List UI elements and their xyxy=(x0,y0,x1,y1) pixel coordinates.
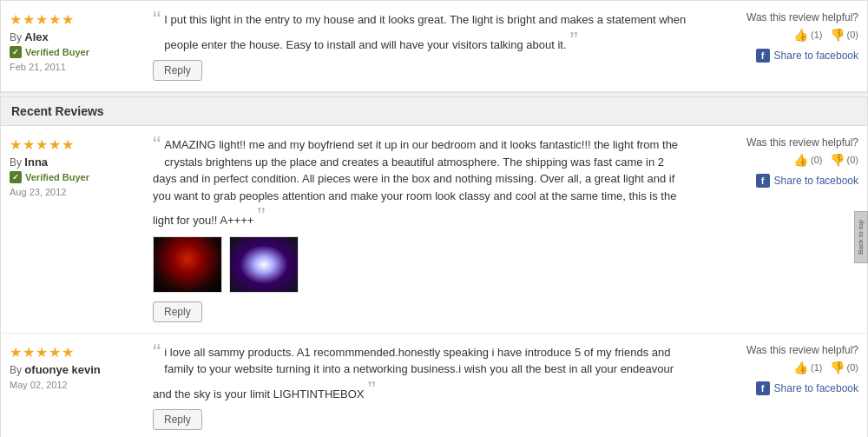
thumbs-down-icon-2: 👎 xyxy=(830,153,845,167)
review-image-2-2[interactable] xyxy=(229,236,299,293)
image-placeholder-2-2 xyxy=(230,237,298,292)
review-row-3: ★★★★★ By ofuonye kevin May 02, 2012 “i l… xyxy=(1,334,867,438)
recent-reviews-header: Recent Reviews xyxy=(0,96,868,125)
star-rating-1: ★★★★★ xyxy=(10,11,135,28)
thumbs-up-icon-2: 👍 xyxy=(793,153,808,167)
thumbs-down-3[interactable]: 👎 (0) xyxy=(830,361,858,374)
verified-icon-2: ✓ xyxy=(10,171,22,183)
share-label-1: Share to facebook xyxy=(774,50,858,62)
thumbs-down-icon-3: 👎 xyxy=(830,361,845,374)
facebook-icon-2: f xyxy=(756,174,770,188)
quote-close-2: ” xyxy=(257,202,265,229)
reviewer-by-1: By Alex xyxy=(10,30,135,43)
verified-badge-1: ✓ Verified Buyer xyxy=(10,46,135,58)
verified-badge-2: ✓ Verified Buyer xyxy=(10,171,135,183)
thumbs-up-count-1: (1) xyxy=(811,30,822,40)
review-actions-2: Was this review helpful? 👍 (0) 👎 (0) f S… xyxy=(698,136,858,188)
review-text-1: “I put this light in the entry to my hou… xyxy=(153,11,689,53)
review-actions-3: Was this review helpful? 👍 (1) 👎 (0) f S… xyxy=(698,344,858,395)
reviewer-by-2: By Inna xyxy=(10,156,135,169)
quote-close-1: ” xyxy=(570,27,578,54)
reviewer-name-2: Inna xyxy=(24,156,48,169)
fb-share-2[interactable]: f Share to facebook xyxy=(707,174,858,188)
quote-open-1: “ xyxy=(153,8,161,32)
review-date-2: Aug 23, 2012 xyxy=(10,187,135,197)
thumbs-up-count-2: (0) xyxy=(811,155,822,165)
reply-button-3[interactable]: Reply xyxy=(153,409,202,430)
review-image-2-1[interactable] xyxy=(153,236,222,293)
thumbs-up-icon-3: 👍 xyxy=(793,361,808,374)
review-text-2: “AMAZING light!! me and my boyfriend set… xyxy=(153,136,689,229)
quote-open-2: “ xyxy=(153,133,161,157)
reviewer-info-2: ★★★★★ By Inna ✓ Verified Buyer Aug 23, 2… xyxy=(10,136,144,197)
reviewer-info-3: ★★★★★ By ofuonye kevin May 02, 2012 xyxy=(10,344,144,390)
thumbs-down-count-3: (0) xyxy=(847,362,858,373)
recent-reviews-section: ★★★★★ By Inna ✓ Verified Buyer Aug 23, 2… xyxy=(0,125,868,437)
facebook-icon-1: f xyxy=(756,49,770,63)
fb-share-3[interactable]: f Share to facebook xyxy=(707,381,858,395)
reply-button-2[interactable]: Reply xyxy=(153,301,202,322)
reviewer-name-3: ofuonye kevin xyxy=(24,363,100,376)
thumbs-down-1[interactable]: 👎 (0) xyxy=(830,28,858,42)
back-to-top-button[interactable]: Back to top xyxy=(854,211,868,263)
thumbs-up-3[interactable]: 👍 (1) xyxy=(793,361,822,374)
helpful-votes-1: 👍 (1) 👎 (0) xyxy=(707,28,858,42)
helpful-votes-2: 👍 (0) 👎 (0) xyxy=(707,153,858,167)
thumbs-down-icon-1: 👎 xyxy=(830,28,845,42)
helpful-label-2: Was this review helpful? xyxy=(707,136,858,149)
review-actions-1: Was this review helpful? 👍 (1) 👎 (0) f S… xyxy=(698,11,858,63)
reviewer-name-1: Alex xyxy=(24,30,48,43)
review-date-1: Feb 21, 2011 xyxy=(10,62,135,72)
facebook-icon-3: f xyxy=(756,381,770,395)
reply-button-1[interactable]: Reply xyxy=(153,60,202,81)
review-row-2: ★★★★★ By Inna ✓ Verified Buyer Aug 23, 2… xyxy=(1,126,867,334)
star-rating-3: ★★★★★ xyxy=(10,344,135,361)
share-label-2: Share to facebook xyxy=(774,175,858,187)
thumbs-down-count-1: (0) xyxy=(847,30,858,40)
review-content-1: “I put this light in the entry to my hou… xyxy=(144,11,698,81)
thumbs-up-1[interactable]: 👍 (1) xyxy=(793,28,822,42)
quote-close-3: ” xyxy=(367,376,375,403)
reviewer-by-3: By ofuonye kevin xyxy=(10,363,135,376)
thumbs-up-count-3: (1) xyxy=(811,362,822,373)
thumbs-up-icon-1: 👍 xyxy=(793,28,808,42)
helpful-label-1: Was this review helpful? xyxy=(707,11,858,23)
review-content-3: “i love all sammy products. A1 recommmen… xyxy=(144,344,698,431)
helpful-label-3: Was this review helpful? xyxy=(707,344,858,356)
review-section-top: ★★★★★ By Alex ✓ Verified Buyer Feb 21, 2… xyxy=(0,0,868,93)
helpful-votes-3: 👍 (1) 👎 (0) xyxy=(707,361,858,374)
review-content-2: “AMAZING light!! me and my boyfriend set… xyxy=(144,136,698,322)
verified-icon-1: ✓ xyxy=(10,46,22,58)
share-label-3: Share to facebook xyxy=(774,382,858,394)
reviewer-info-1: ★★★★★ By Alex ✓ Verified Buyer Feb 21, 2… xyxy=(10,11,144,72)
thumbs-up-2[interactable]: 👍 (0) xyxy=(793,153,822,167)
review-images-2 xyxy=(153,236,689,293)
review-date-3: May 02, 2012 xyxy=(10,380,135,390)
thumbs-down-2[interactable]: 👎 (0) xyxy=(830,153,858,167)
review-text-3: “i love all sammy products. A1 recommmen… xyxy=(153,344,689,403)
thumbs-down-count-2: (0) xyxy=(847,155,858,165)
review-row-1: ★★★★★ By Alex ✓ Verified Buyer Feb 21, 2… xyxy=(1,1,867,92)
fb-share-1[interactable]: f Share to facebook xyxy=(707,49,858,63)
star-rating-2: ★★★★★ xyxy=(10,136,135,153)
image-placeholder-2-1 xyxy=(154,237,221,292)
quote-open-3: “ xyxy=(153,341,161,365)
